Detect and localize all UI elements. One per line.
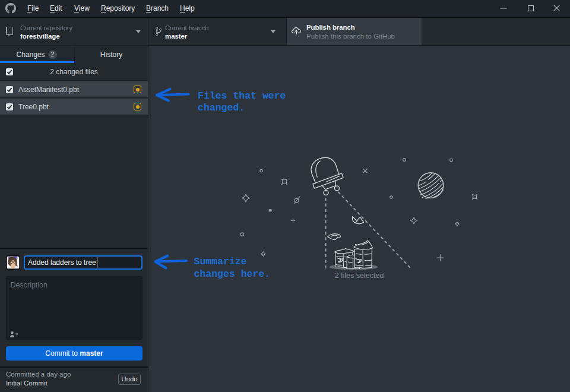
- svg-text:2 files selected: 2 files selected: [335, 271, 384, 280]
- svg-text:changes here.: changes here.: [194, 268, 271, 280]
- svg-text:Summarize: Summarize: [194, 256, 247, 267]
- svg-text:Files that were: Files that were: [198, 90, 286, 102]
- svg-text:changed.: changed.: [198, 102, 245, 113]
